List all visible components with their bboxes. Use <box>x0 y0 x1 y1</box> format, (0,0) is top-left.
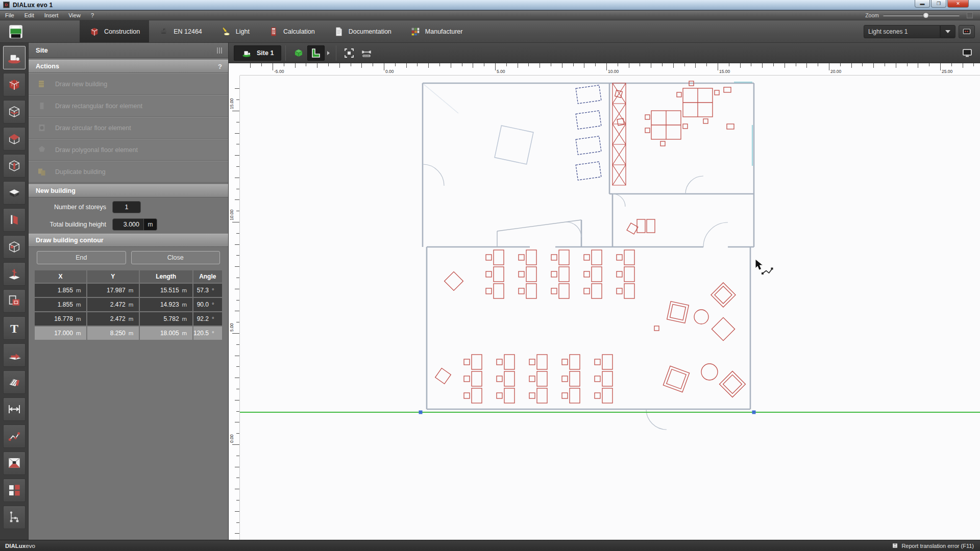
table-row[interactable]: 1.855m2.472m14.923m90.0° <box>35 298 222 311</box>
contour-handle[interactable] <box>419 411 423 414</box>
construction-line <box>424 84 458 113</box>
table-row[interactable]: 17.000m8.250m18.005m120.5° <box>35 327 222 340</box>
ruler-tick <box>885 63 885 66</box>
zoom-slider-thumb[interactable] <box>923 12 929 18</box>
view-tab-site1[interactable]: Site 1 <box>234 45 281 61</box>
field-value-input[interactable]: 1 <box>112 201 141 213</box>
contour-handle[interactable] <box>752 411 756 414</box>
ruler-tick <box>235 356 239 356</box>
tool-door[interactable] <box>3 208 26 232</box>
menu-insert[interactable]: Insert <box>39 11 64 20</box>
tool-window[interactable] <box>3 235 26 259</box>
view-plan-button[interactable] <box>307 45 325 61</box>
column-header-x[interactable]: X <box>35 270 86 283</box>
walls <box>423 83 754 409</box>
report-translation-link[interactable]: Report translation error (F11) <box>892 542 974 549</box>
field-unit: m <box>144 218 157 231</box>
menu-help[interactable]: ? <box>86 11 99 20</box>
cad-canvas[interactable]: Site 1 -5.000.005.0010.0015.0020.0025.00… <box>229 43 980 540</box>
tab-documentation[interactable]: Documentation <box>324 20 401 42</box>
dialux-window: D DIALux evo 1 ▬ ❐ ✕ FileEditInsertView?… <box>0 0 980 551</box>
column-header-y[interactable]: Y <box>87 270 139 283</box>
floor-plan-drawing[interactable] <box>229 43 980 540</box>
ruler-tick <box>796 63 796 66</box>
tool-cutout[interactable] <box>3 289 26 313</box>
ruler-tick <box>236 389 239 389</box>
tool-site[interactable] <box>3 46 26 69</box>
tool-hierarchy[interactable] <box>3 506 26 529</box>
ruler-tick <box>384 63 384 70</box>
help-icon[interactable]: ? <box>218 63 222 70</box>
ruler-tick <box>236 366 239 367</box>
end-button[interactable]: End <box>37 251 126 264</box>
panel-grip[interactable] <box>217 47 222 54</box>
tool-column[interactable] <box>3 154 26 178</box>
close-button[interactable]: ✕ <box>947 0 969 8</box>
disk-icon <box>892 542 898 549</box>
cell-value: 14.923 <box>140 301 182 308</box>
save-button[interactable] <box>7 23 24 40</box>
ruler-tick <box>235 489 239 489</box>
cell-unit: ° <box>212 287 222 293</box>
tool-marker[interactable] <box>3 262 26 286</box>
table-row[interactable]: 1.855m17.987m15.515m57.3° <box>35 284 222 297</box>
tool-building[interactable] <box>3 73 26 96</box>
light-scenes-button[interactable] <box>959 25 975 38</box>
restore-button[interactable]: ❐ <box>931 0 946 8</box>
menu-edit[interactable]: Edit <box>19 11 39 20</box>
table-row[interactable]: 16.778m2.472m5.782m92.2° <box>35 312 222 325</box>
menu-items: FileEditInsertView? <box>0 11 99 20</box>
field-value-input[interactable]: 3.000 <box>112 218 144 231</box>
ruler-tick <box>235 422 239 422</box>
close-button[interactable]: Close <box>131 251 220 264</box>
tool-ceiling[interactable] <box>3 181 26 205</box>
tool-text[interactable]: T <box>3 316 26 340</box>
cell-unit: m <box>182 316 192 322</box>
menu-file[interactable]: File <box>0 11 19 20</box>
action-label: Draw circular floor element <box>55 124 131 132</box>
tool-measure-line[interactable] <box>3 424 26 448</box>
display-options-button[interactable] <box>959 45 976 61</box>
tool-layout[interactable] <box>3 479 26 502</box>
menu-view[interactable]: View <box>63 11 86 20</box>
tool-arrange[interactable] <box>3 343 26 367</box>
tab-en-12464[interactable]: EN 12464 <box>149 20 211 42</box>
ruler-tick <box>940 63 941 70</box>
light-scenes-dropdown[interactable]: Light scenes 1 <box>864 25 940 38</box>
tab-calculation[interactable]: Calculation <box>259 20 324 42</box>
light-scenes-dropdown-arrow[interactable] <box>940 25 955 38</box>
ruler-tick <box>751 63 751 66</box>
zoom-fit-button[interactable] <box>340 45 358 61</box>
view-3d-button[interactable] <box>290 45 307 61</box>
measure-button[interactable] <box>358 45 375 61</box>
cell-value: 1.855 <box>35 287 76 294</box>
brand-light: evo <box>26 543 35 549</box>
tab-light[interactable]: Light <box>211 20 259 42</box>
menubar-end-button[interactable] <box>967 12 973 18</box>
tool-material[interactable] <box>3 370 26 394</box>
field-label: Number of storeys <box>36 204 112 211</box>
cell-unit: ° <box>212 316 222 322</box>
documentation-icon <box>333 26 345 37</box>
contour-buttons: EndClose <box>29 247 228 267</box>
tool-storey[interactable] <box>3 100 26 123</box>
ruler-tick <box>406 63 407 68</box>
ruler-tick <box>236 189 239 189</box>
material-icon <box>6 374 22 390</box>
zoom-slider[interactable] <box>883 15 960 16</box>
ruler-tick <box>235 88 239 89</box>
view-flyout-arrow[interactable] <box>325 45 332 61</box>
ruler-tick <box>236 144 239 144</box>
tab-manufacturer[interactable]: Manufacturer <box>401 20 472 42</box>
tool-dimension[interactable] <box>3 397 26 421</box>
light-icon <box>220 26 232 37</box>
tool-roof[interactable] <box>3 127 26 151</box>
ruler-tick <box>232 111 239 111</box>
column-header-length[interactable]: Length <box>140 270 192 283</box>
ruler-tick <box>729 63 729 66</box>
tab-construction[interactable]: Construction <box>80 20 149 42</box>
ruler-tick <box>235 533 239 534</box>
column-header-angle[interactable]: Angle <box>193 270 222 283</box>
minimize-button[interactable]: ▬ <box>915 0 930 8</box>
tool-room-view[interactable] <box>3 452 26 475</box>
